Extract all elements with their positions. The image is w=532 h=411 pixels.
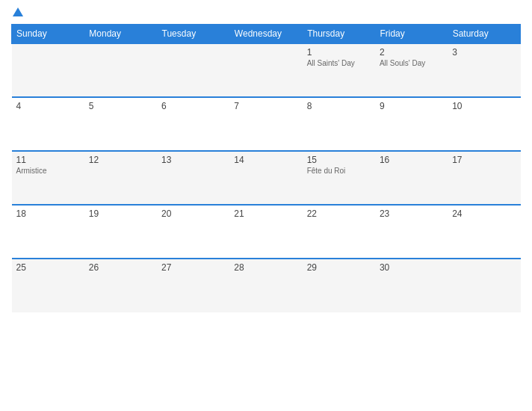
day-number: 29 xyxy=(307,262,371,273)
holiday-label: All Saints' Day xyxy=(307,59,371,67)
calendar-cell: 6 xyxy=(157,97,229,151)
holiday-label: All Souls' Day xyxy=(380,59,443,67)
day-number: 26 xyxy=(89,262,152,273)
calendar-cell: 5 xyxy=(84,97,157,151)
day-number: 10 xyxy=(452,101,516,111)
calendar-cell: 22 xyxy=(303,205,375,259)
calendar-cell: 25 xyxy=(12,259,84,312)
calendar-cell: 11Armistice xyxy=(12,151,84,205)
day-number: 12 xyxy=(89,155,152,165)
calendar-cell: 1All Saints' Day xyxy=(303,43,375,97)
day-number: 6 xyxy=(161,101,225,111)
calendar-body: 1All Saints' Day2All Souls' Day345678910… xyxy=(12,43,521,312)
calendar-cell: 29 xyxy=(303,259,375,312)
calendar-cell: 30 xyxy=(375,259,448,312)
day-header-monday: Monday xyxy=(84,25,157,44)
calendar-cell xyxy=(84,43,157,97)
calendar-cell: 13 xyxy=(157,151,229,205)
calendar-cell: 24 xyxy=(448,205,520,259)
week-row-1: 45678910 xyxy=(12,97,521,151)
calendar-cell: 14 xyxy=(229,151,302,205)
day-number: 1 xyxy=(307,47,371,58)
calendar-cell: 12 xyxy=(84,151,157,205)
day-number: 22 xyxy=(307,208,371,219)
calendar-cell xyxy=(157,43,229,97)
day-number: 30 xyxy=(380,262,443,273)
calendar-table: SundayMondayTuesdayWednesdayThursdayFrid… xyxy=(11,24,521,312)
calendar-cell: 17 xyxy=(448,151,520,205)
holiday-label: Armistice xyxy=(16,167,80,175)
day-header-sunday: Sunday xyxy=(12,25,84,44)
days-header-row: SundayMondayTuesdayWednesdayThursdayFrid… xyxy=(12,25,521,44)
calendar-cell: 4 xyxy=(12,97,84,151)
day-number: 24 xyxy=(452,208,516,219)
day-number: 21 xyxy=(234,208,297,219)
calendar-cell: 28 xyxy=(229,259,302,312)
calendar-cell: 20 xyxy=(157,205,229,259)
day-number: 11 xyxy=(16,155,80,165)
calendar-cell: 18 xyxy=(12,205,84,259)
calendar-cell: 7 xyxy=(229,97,302,151)
calendar-cell: 3 xyxy=(448,43,520,97)
day-number: 13 xyxy=(161,155,225,165)
day-number: 7 xyxy=(234,101,297,111)
calendar-cell xyxy=(229,43,302,97)
day-number: 4 xyxy=(16,101,80,111)
day-number: 19 xyxy=(89,208,152,219)
day-number: 25 xyxy=(16,262,80,273)
day-number: 27 xyxy=(161,262,225,273)
calendar-page: SundayMondayTuesdayWednesdayThursdayFrid… xyxy=(0,0,532,411)
calendar-cell xyxy=(448,259,520,312)
calendar-cell xyxy=(12,43,84,97)
day-number: 28 xyxy=(234,262,297,273)
day-number: 9 xyxy=(380,101,443,111)
day-number: 3 xyxy=(452,47,516,58)
day-number: 17 xyxy=(452,155,516,165)
holiday-label: Fête du Roi xyxy=(307,167,371,175)
calendar-cell: 23 xyxy=(375,205,448,259)
day-number: 5 xyxy=(89,101,152,111)
week-row-4: 252627282930 xyxy=(12,259,521,312)
day-number: 16 xyxy=(380,155,443,165)
day-header-friday: Friday xyxy=(375,25,448,44)
calendar-cell: 26 xyxy=(84,259,157,312)
day-number: 15 xyxy=(307,155,371,165)
header xyxy=(11,7,521,18)
day-header-saturday: Saturday xyxy=(448,25,520,44)
day-number: 14 xyxy=(234,155,297,165)
calendar-cell: 16 xyxy=(375,151,448,205)
day-header-tuesday: Tuesday xyxy=(157,25,229,44)
week-row-3: 18192021222324 xyxy=(12,205,521,259)
calendar-cell: 8 xyxy=(303,97,375,151)
calendar-cell: 10 xyxy=(448,97,520,151)
calendar-cell: 27 xyxy=(157,259,229,312)
day-number: 2 xyxy=(380,47,443,58)
day-number: 8 xyxy=(307,101,371,111)
week-row-2: 11Armistice12131415Fête du Roi1617 xyxy=(12,151,521,205)
calendar-cell: 9 xyxy=(375,97,448,151)
logo-triangle-icon xyxy=(13,7,23,16)
day-number: 20 xyxy=(161,208,225,219)
day-header-thursday: Thursday xyxy=(303,25,375,44)
day-number: 23 xyxy=(380,208,443,219)
calendar-cell: 15Fête du Roi xyxy=(303,151,375,205)
calendar-cell: 19 xyxy=(84,205,157,259)
calendar-cell: 2All Souls' Day xyxy=(375,43,448,97)
calendar-header: SundayMondayTuesdayWednesdayThursdayFrid… xyxy=(12,25,521,44)
day-number: 18 xyxy=(16,208,80,219)
calendar-cell: 21 xyxy=(229,205,302,259)
logo xyxy=(11,7,23,18)
day-header-wednesday: Wednesday xyxy=(229,25,302,44)
week-row-0: 1All Saints' Day2All Souls' Day3 xyxy=(12,43,521,97)
